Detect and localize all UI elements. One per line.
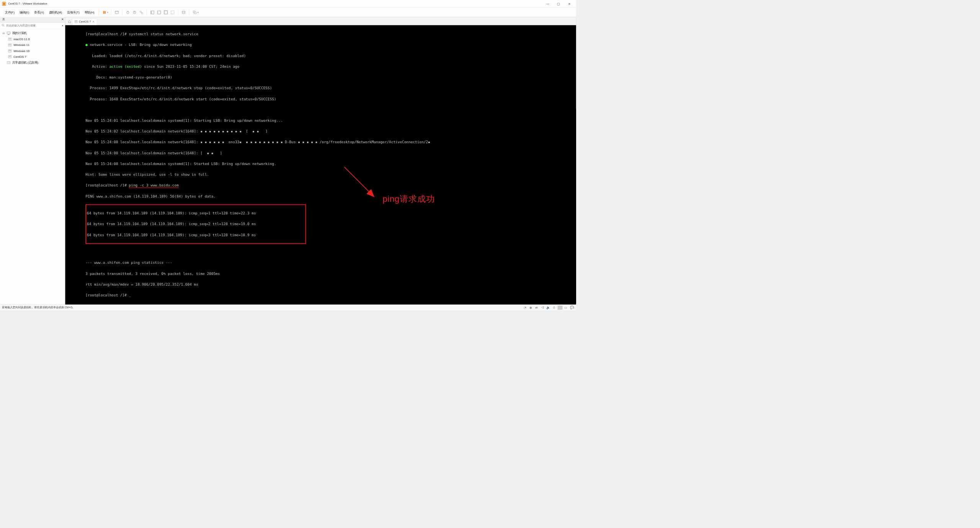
view-fullscreen-icon[interactable] bbox=[163, 9, 169, 15]
search-dropdown-icon[interactable]: ▾ bbox=[62, 25, 63, 27]
search-icon bbox=[2, 24, 5, 27]
status-sound-icon[interactable]: 🔈 bbox=[546, 306, 551, 310]
svg-rect-21 bbox=[9, 38, 11, 40]
vm-icon bbox=[8, 38, 12, 41]
term-line: Nov 05 15:24:02 localhost.localdomain ne… bbox=[85, 129, 574, 134]
view-borderless-icon[interactable] bbox=[156, 9, 162, 15]
term-line: rtt min/avg/max/mdev = 18.906/20.095/22.… bbox=[85, 282, 574, 287]
shared-icon bbox=[6, 61, 11, 64]
expander-icon[interactable]: ⊟ bbox=[2, 32, 5, 34]
term-line: Nov 05 15:24:01 localhost.localdomain sy… bbox=[85, 118, 574, 123]
view-unity-icon[interactable] bbox=[170, 9, 176, 15]
status-bar: 要将输入定向到该虚拟机，请在虚拟机内部单击或按 Ctrl+G。 ◔ ◉ ⇄ ⏿ … bbox=[0, 304, 576, 310]
tree-item-win11[interactable]: Windows 11 bbox=[0, 42, 65, 48]
separator bbox=[111, 9, 112, 15]
vm-icon bbox=[8, 49, 12, 52]
status-display-icon[interactable]: ▭ bbox=[564, 306, 568, 310]
menu-view[interactable]: 查看(V) bbox=[32, 9, 46, 16]
svg-rect-12 bbox=[164, 11, 167, 14]
tree-item-macos[interactable]: macOS 11.0 bbox=[0, 36, 65, 42]
term-line: ● network.service - LSB: Bring up/down n… bbox=[85, 43, 574, 48]
computer-icon bbox=[6, 31, 11, 35]
menu-tabs[interactable]: 选项卡(T) bbox=[65, 9, 82, 16]
send-cad-icon[interactable] bbox=[114, 9, 120, 15]
menu-edit[interactable]: 编辑(E) bbox=[17, 9, 31, 16]
tree-item-win10[interactable]: Windows 10 bbox=[0, 48, 65, 54]
snapshot-revert-icon[interactable] bbox=[132, 9, 138, 15]
display-cycle-icon[interactable] bbox=[191, 9, 198, 15]
svg-rect-23 bbox=[9, 44, 11, 46]
status-net-icon[interactable]: ⇄ bbox=[534, 306, 539, 310]
sidebar: 库 ✕ ▾ ⊟ 我的计算机 macOS 11.0 bbox=[0, 17, 65, 305]
term-line: Active: active (exited) since Sun 2023-1… bbox=[85, 64, 574, 69]
pause-dropdown-icon[interactable]: ▾ bbox=[107, 11, 108, 13]
tab-close-icon[interactable]: ✕ bbox=[92, 20, 95, 23]
status-disk-icon[interactable]: ◔ bbox=[523, 306, 528, 310]
view-single-icon[interactable] bbox=[149, 9, 155, 15]
sidebar-header: 库 ✕ bbox=[0, 17, 65, 23]
svg-rect-11 bbox=[158, 11, 161, 14]
annotation-text: ping请求成功 bbox=[382, 196, 434, 202]
svg-line-33 bbox=[344, 167, 373, 196]
term-line bbox=[85, 249, 574, 255]
tab-home[interactable] bbox=[67, 18, 72, 25]
separator bbox=[178, 9, 178, 15]
menu-file[interactable]: 文件(F) bbox=[3, 9, 17, 16]
svg-rect-32 bbox=[75, 21, 77, 22]
menu-vm[interactable]: 虚拟机(M) bbox=[47, 9, 64, 16]
term-line: [root@localhost /]# ping -c 3 www.baidu.… bbox=[85, 183, 574, 188]
vm-icon bbox=[8, 43, 12, 47]
svg-point-18 bbox=[2, 24, 4, 26]
terminal[interactable]: [root@localhost /]# systemctl status net… bbox=[65, 25, 576, 304]
svg-rect-25 bbox=[9, 50, 11, 51]
menu-help[interactable]: 帮助(H) bbox=[82, 9, 97, 16]
maximize-button[interactable]: ▢ bbox=[554, 0, 564, 7]
svg-rect-4 bbox=[115, 11, 118, 14]
term-line: Hint: Some lines were ellipsized, use -l… bbox=[85, 172, 574, 177]
svg-rect-3 bbox=[105, 11, 106, 14]
close-button[interactable]: ✕ bbox=[564, 0, 574, 7]
svg-rect-19 bbox=[7, 32, 10, 34]
status-printer-icon[interactable]: ⎙ bbox=[552, 306, 557, 310]
display-stretch-icon[interactable] bbox=[181, 9, 187, 15]
ping-command: ping -c 3 www.baidu.com bbox=[129, 183, 179, 188]
home-icon bbox=[68, 20, 71, 24]
separator bbox=[147, 9, 147, 15]
svg-rect-17 bbox=[194, 12, 196, 14]
tree-item-centos7[interactable]: CentOS 7 bbox=[0, 54, 65, 59]
expander-empty bbox=[2, 61, 5, 64]
tree-root-my-computer[interactable]: ⊟ 我的计算机 bbox=[0, 30, 65, 36]
sidebar-title: 库 bbox=[2, 18, 5, 21]
status-usb-icon[interactable]: ⏿ bbox=[540, 306, 545, 310]
term-line: [root@localhost /]# systemctl status net… bbox=[85, 31, 574, 37]
sidebar-search: ▾ bbox=[0, 23, 65, 29]
snapshot-manager-icon[interactable] bbox=[138, 9, 144, 15]
display-cycle-dropdown-icon[interactable]: ▾ bbox=[198, 11, 198, 13]
tab-label: CentOS 7 bbox=[79, 20, 91, 23]
term-line: Nov 05 15:24:08 localhost.localdomain sy… bbox=[85, 161, 574, 167]
tab-centos7[interactable]: CentOS 7 ✕ bbox=[72, 18, 97, 25]
status-message-icon[interactable]: 💬 bbox=[569, 306, 574, 310]
vm-icon bbox=[8, 55, 12, 58]
tree-shared-label: 共享虚拟机 (已弃用) bbox=[12, 60, 38, 65]
svg-rect-13 bbox=[164, 10, 168, 14]
separator bbox=[189, 9, 189, 15]
tab-strip: CentOS 7 ✕ bbox=[65, 17, 576, 25]
term-line bbox=[85, 107, 574, 113]
term-line: --- www.a.shifen.com ping statistics --- bbox=[85, 260, 574, 265]
sidebar-close-icon[interactable]: ✕ bbox=[61, 18, 64, 21]
snapshot-take-icon[interactable] bbox=[125, 9, 131, 15]
pause-icon[interactable] bbox=[101, 9, 108, 15]
minimize-button[interactable]: — bbox=[543, 0, 553, 7]
status-dot-icon: ● bbox=[85, 43, 90, 47]
svg-rect-1 bbox=[3, 3, 5, 5]
tree-root-label: 我的计算机 bbox=[12, 31, 27, 36]
term-line: 3 packets transmitted, 3 received, 0% pa… bbox=[85, 271, 574, 276]
tree-shared-vms[interactable]: 共享虚拟机 (已弃用) bbox=[0, 60, 65, 65]
term-line: 64 bytes from 14.119.104.189 (14.119.104… bbox=[87, 232, 305, 238]
status-cd-icon[interactable]: ◉ bbox=[528, 306, 533, 310]
vm-icon bbox=[75, 20, 78, 24]
ping-highlight-box: 64 bytes from 14.119.104.189 (14.119.104… bbox=[85, 204, 306, 244]
main-area: 库 ✕ ▾ ⊟ 我的计算机 macOS 11.0 bbox=[0, 17, 576, 305]
search-input[interactable] bbox=[6, 24, 61, 27]
